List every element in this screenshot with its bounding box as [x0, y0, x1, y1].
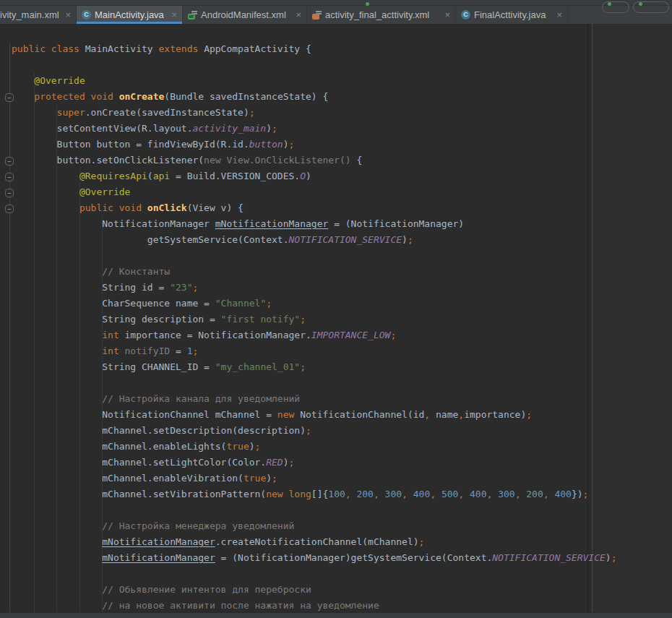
manifest-file-icon: MF	[188, 10, 197, 20]
code-line: super.onCreate(savedInstanceState);	[12, 105, 672, 121]
code-line	[12, 566, 672, 582]
tab-ivity-main-xml[interactable]: ivity_main.xml×	[0, 6, 77, 24]
code-line: String description = "first notify";	[12, 312, 672, 327]
code-line: mNotificationManager = (NotificationMana…	[12, 550, 672, 566]
code-line: Button button = findViewById(R.id.button…	[12, 137, 672, 153]
run-controls-group[interactable]	[602, 1, 629, 13]
close-icon[interactable]: ×	[296, 10, 301, 20]
code-line: // Настройка канала для уведомлений	[12, 391, 672, 407]
close-icon[interactable]: ×	[444, 10, 450, 20]
code-editor[interactable]: public class MainActivity extends AppCom…	[0, 24, 672, 618]
code-line: public void onClick(View v) {	[12, 200, 672, 216]
code-line: // на новое активити после нажатия на ув…	[12, 598, 672, 614]
fold-marker[interactable]: −	[5, 173, 14, 181]
code-lines[interactable]: public class MainActivity extends AppCom…	[0, 24, 672, 614]
java-class-icon: C	[82, 10, 91, 20]
java-class-icon: C	[461, 10, 470, 20]
tool-window-bar: ≣TODO⚠Problems▣Terminal▤Logcat⚒Build◔Pro…	[0, 612, 672, 618]
code-line: // Обьявление интентов для переброски	[12, 582, 672, 598]
code-line: button.setOnClickListener(new View.OnCli…	[12, 153, 672, 168]
code-line: mChannel.enableVibration(true);	[12, 471, 672, 486]
code-line: int notifyID = 1;	[12, 343, 672, 359]
code-line: mChannel.setLightColor(Color.RED);	[12, 455, 672, 471]
tab-mainactivity-java[interactable]: CMainActivity.java×	[77, 6, 183, 24]
code-line: protected void onCreate(Bundle savedInst…	[12, 89, 672, 105]
tab-finalacttivity-java[interactable]: CFinalActtivity.java×	[456, 6, 568, 24]
code-line: mChannel.setVibrationPattern(new long[]{…	[12, 486, 672, 502]
code-line: mChannel.enableLights(true);	[12, 439, 672, 455]
fold-marker[interactable]: −	[5, 93, 14, 102]
debug-icon[interactable]	[639, 2, 642, 6]
code-line: public class MainActivity extends AppCom…	[12, 41, 672, 57]
main-toolbar	[0, 0, 672, 6]
tab-activity-final-acttivity-xml[interactable]: activity_final_acttivity.xml×	[307, 6, 456, 24]
code-line: NotificationManager mNotificationManager…	[12, 216, 672, 232]
tab-label: MainActivity.java	[95, 9, 164, 20]
tab-androidmanifest-xml[interactable]: MFAndroidManifest.xml×	[183, 6, 307, 24]
code-line: // Настройка менеджера уведомлений	[12, 518, 672, 534]
toolbar-green-dot	[366, 2, 369, 6]
code-line: NotificationChannel mChannel = new Notif…	[12, 407, 672, 423]
fold-marker[interactable]: −	[5, 189, 14, 197]
code-line: mChannel.setDescription(description);	[12, 423, 672, 439]
code-line	[12, 502, 672, 518]
code-line: @Override	[12, 184, 672, 200]
tab-label: FinalActtivity.java	[474, 9, 546, 20]
code-line: String id = "23";	[12, 280, 672, 296]
editor-tab-bar: ivity_main.xml×CMainActivity.java×MFAndr…	[0, 6, 672, 24]
code-line: @Override	[12, 73, 672, 89]
code-line	[12, 248, 672, 264]
code-line: // Константы	[12, 264, 672, 280]
code-line: setContentView(R.layout.activity_main);	[12, 121, 672, 137]
layout-file-icon	[312, 10, 322, 20]
code-line: @RequiresApi(api = Build.VERSION_CODES.O…	[12, 168, 672, 184]
tab-label: ivity_main.xml	[0, 9, 59, 20]
code-line: String CHANNEL_ID = "my_channel_01";	[12, 359, 672, 375]
fold-marker[interactable]: −	[5, 205, 14, 213]
run-icon[interactable]	[608, 2, 611, 6]
code-line: CharSequence name = "Channel";	[12, 296, 672, 312]
tab-label: activity_final_acttivity.xml	[325, 9, 429, 20]
code-line	[12, 57, 672, 73]
tab-label: AndroidManifest.xml	[201, 9, 286, 20]
code-line: int importance = NotificationManager.IMP…	[12, 327, 672, 343]
close-icon[interactable]: ×	[171, 10, 177, 20]
code-line: getSystemService(Context.NOTIFICATION_SE…	[12, 232, 672, 248]
fold-marker[interactable]: −	[5, 157, 14, 166]
code-line: mNotificationManager.createNotificationC…	[12, 534, 672, 550]
code-line	[12, 375, 672, 391]
close-icon[interactable]: ×	[556, 10, 562, 20]
close-icon[interactable]: ×	[65, 10, 71, 20]
